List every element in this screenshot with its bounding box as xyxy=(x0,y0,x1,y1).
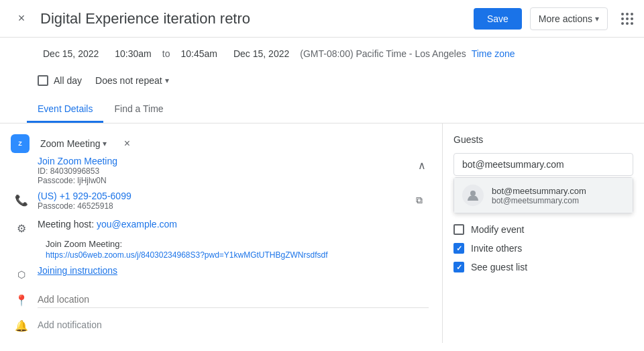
location-row: 📍 xyxy=(11,291,431,308)
zoom-url-link[interactable]: https://us06web.zoom.us/j/84030234968S3?… xyxy=(46,250,328,260)
close-icon: × xyxy=(18,11,25,26)
chevron-down-icon: ▾ xyxy=(165,76,169,85)
see-label: See guest list xyxy=(471,262,527,272)
suggestion-dropdown: bot@meetsummary.com bot@meetsummary.com xyxy=(453,177,633,213)
modify-label: Modify event xyxy=(471,224,524,235)
right-panel: Guests bot@meetsummary.com bot@meetsumma… xyxy=(443,123,644,343)
end-time-button[interactable]: 10:45am xyxy=(175,46,222,62)
header: × Save More actions ▾ xyxy=(0,0,644,38)
meeting-passcode-text: Passcode: ljHjlw0N xyxy=(38,176,413,185)
event-title-input[interactable] xyxy=(40,10,466,28)
meeting-id-text: ID: 84030996853 xyxy=(38,166,413,176)
chevron-down-icon: ▾ xyxy=(595,14,599,23)
meeting-app-label: Zoom Meeting xyxy=(40,138,100,149)
google-apps-grid[interactable] xyxy=(621,13,633,25)
end-date-button[interactable]: Dec 15, 2022 xyxy=(228,46,294,62)
content-area: Z Zoom Meeting ▾ × Join Zoom Meeting ID:… xyxy=(0,123,644,343)
zoom-url-content: Join Zoom Meeting: https://us06web.zoom.… xyxy=(46,239,429,260)
joining-instructions-link[interactable]: Joining instructions xyxy=(38,265,117,276)
permission-see-row[interactable]: ✓ See guest list xyxy=(453,262,633,272)
guests-title: Guests xyxy=(453,134,633,145)
close-button[interactable]: × xyxy=(11,8,32,30)
allday-label: All day xyxy=(54,75,82,86)
more-actions-button[interactable]: More actions ▾ xyxy=(530,7,608,30)
zoom-url-row: Join Zoom Meeting: https://us06web.zoom.… xyxy=(11,239,431,260)
repeat-label: Does not repeat xyxy=(95,75,162,86)
meeting-app-select[interactable]: Zoom Meeting ▾ xyxy=(35,136,112,152)
invite-label: Invite others xyxy=(471,243,522,254)
zoom-details-row: Join Zoom Meeting ID: 84030996853 Passco… xyxy=(11,156,431,185)
datetime-row: Dec 15, 2022 10:30am to 10:45am Dec 15, … xyxy=(0,38,644,70)
suggestion-email-main: bot@meetsummary.com xyxy=(492,186,586,196)
suggestion-text: bot@meetsummary.com bot@meetsummary.com xyxy=(492,186,586,205)
left-panel: Z Zoom Meeting ▾ × Join Zoom Meeting ID:… xyxy=(0,123,443,343)
phone-row: 📞 (US) +1 929-205-6099 Passcode: 4652591… xyxy=(11,191,431,211)
svg-point-0 xyxy=(470,191,476,196)
notification-placeholder[interactable]: Add notification xyxy=(38,319,102,330)
phone-passcode-text: Passcode: 46525918 xyxy=(38,201,402,211)
remove-meeting-button[interactable]: × xyxy=(117,134,136,153)
guest-input[interactable] xyxy=(453,153,633,176)
allday-checkbox-container[interactable]: All day xyxy=(38,75,82,86)
checkmark-icon: ✓ xyxy=(456,244,462,253)
allday-row: All day Does not repeat ▾ xyxy=(0,70,644,97)
to-separator: to xyxy=(162,48,170,59)
zoom-icon: Z xyxy=(11,134,30,153)
more-actions-label: More actions xyxy=(539,13,592,24)
instructions-content: Joining instructions xyxy=(38,265,429,276)
copy-icon: ⧉ xyxy=(416,195,423,206)
zoom-join-prefix: Join Zoom Meeting: xyxy=(46,239,429,249)
location-icon: 📍 xyxy=(13,292,30,308)
tab-find-time[interactable]: Find a Time xyxy=(103,97,174,123)
zoom-logo-text: Z xyxy=(18,140,22,147)
host-email-link[interactable]: you@example.com xyxy=(97,219,177,230)
allday-checkbox[interactable] xyxy=(38,75,48,86)
chevron-down-icon: ▾ xyxy=(103,139,107,148)
repeat-button[interactable]: Does not repeat ▾ xyxy=(90,72,174,89)
host-content: Meeting host: you@example.com xyxy=(38,219,429,230)
see-checkbox[interactable]: ✓ xyxy=(453,262,464,272)
checkmark-icon: ✓ xyxy=(456,263,462,272)
invite-checkbox[interactable]: ✓ xyxy=(453,243,464,254)
meeting-app-row: Z Zoom Meeting ▾ × xyxy=(11,134,431,153)
join-zoom-link[interactable]: Join Zoom Meeting xyxy=(38,156,117,166)
suggestion-item[interactable]: bot@meetsummary.com bot@meetsummary.com xyxy=(454,178,633,213)
suggestion-email-sub: bot@meetsummary.com xyxy=(492,196,586,205)
phone-icon: 📞 xyxy=(13,192,30,208)
collapse-button[interactable]: ∧ xyxy=(413,156,431,174)
timezone-text: (GMT-08:00) Pacific Time - Los Angeles xyxy=(300,48,466,59)
copy-phone-button[interactable]: ⧉ xyxy=(410,191,429,209)
host-row: ⚙ Meeting host: you@example.com xyxy=(11,219,431,236)
start-time-button[interactable]: 10:30am xyxy=(109,46,156,62)
modify-checkbox[interactable] xyxy=(453,224,464,235)
tab-event-details[interactable]: Event Details xyxy=(27,97,103,123)
instructions-row: ⬡ Joining instructions xyxy=(11,265,431,283)
location-input[interactable] xyxy=(38,291,429,308)
permission-invite-row[interactable]: ✓ Invite others xyxy=(453,243,633,254)
save-button[interactable]: Save xyxy=(474,8,522,30)
host-icon: ⚙ xyxy=(13,220,30,236)
phone-link[interactable]: (US) +1 929-205-6099 xyxy=(38,191,131,201)
phone-content: (US) +1 929-205-6099 Passcode: 46525918 xyxy=(38,191,402,211)
instructions-icon: ⬡ xyxy=(13,266,30,283)
host-prefix-text: Meeting host: xyxy=(38,219,97,230)
permission-modify-row[interactable]: Modify event xyxy=(453,224,633,235)
tabs-bar: Event Details Find a Time xyxy=(0,97,644,123)
avatar xyxy=(462,185,484,206)
notification-icon: 🔔 xyxy=(13,317,30,334)
timezone-link[interactable]: Time zone xyxy=(472,48,515,59)
guest-input-container: bot@meetsummary.com bot@meetsummary.com xyxy=(453,153,633,213)
start-date-button[interactable]: Dec 15, 2022 xyxy=(38,46,104,62)
notification-row: 🔔 Add notification xyxy=(11,316,431,334)
zoom-join-details: Join Zoom Meeting ID: 84030996853 Passco… xyxy=(38,156,413,185)
